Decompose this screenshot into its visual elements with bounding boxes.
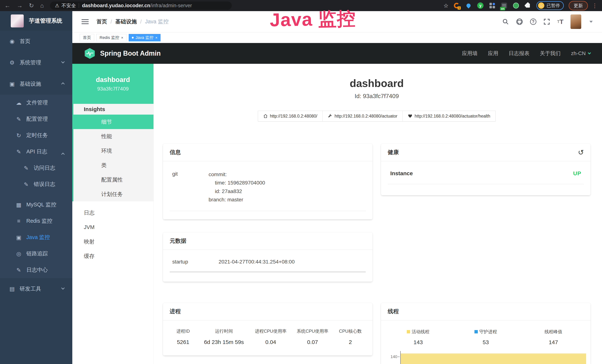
tag-home[interactable]: 首页 [80,34,94,41]
threads-card: 线程 活动线程 143 守护进程 [381,303,591,364]
sba-locale-select[interactable]: zh-CN [571,50,591,56]
warning-icon: ⚠ [55,3,59,9]
threads-chart: 140 120 100 [384,351,587,364]
health-url-link[interactable]: http://192.168.0.2:48080/actuator/health [402,111,495,121]
search-icon[interactable] [502,18,509,25]
extension-onoff-icon[interactable]: on [501,2,507,9]
fullscreen-icon[interactable] [543,18,550,25]
help-icon[interactable]: ? [530,19,536,25]
url-bar[interactable]: ⚠ 不安全 dashboard.yudao.iocoder.cn /infra/… [50,1,232,10]
health-instance-row[interactable]: Instance UP [388,170,584,184]
close-icon[interactable]: × [155,36,158,40]
sidebar-item-mysql[interactable]: ▦ MySQL 监控 [0,197,72,213]
sba-instance-header[interactable]: dashboard 93a3fc7f7409 [72,64,153,104]
github-icon[interactable] [516,18,523,25]
close-icon[interactable]: × [121,36,123,40]
sidebar-item-access-log[interactable]: ✎ 访问日志 [0,160,72,176]
hamburger-icon[interactable] [82,21,89,22]
sidebar-item-home[interactable]: ◉ 首页 [0,31,72,52]
sidebar-item-system[interactable]: ⚙ 系统管理 [0,52,72,73]
chevron-down-icon [61,286,64,289]
sidebar-item-files[interactable]: ☁ 文件管理 [0,95,72,111]
extension-pin-icon[interactable] [465,2,472,9]
heart-icon [408,114,412,118]
sba-nav-wallboard[interactable]: 应用墙 [462,50,478,57]
history-icon[interactable]: ↺ [578,149,584,156]
sba-logo-icon [84,47,96,59]
extension-grid-icon[interactable] [489,2,495,9]
sba-nav-journal[interactable]: 日志报表 [509,50,529,57]
url-path: /infra/admin-server [150,3,192,9]
sidebar-item-infra[interactable]: ▣ 基础设施 [0,73,72,95]
sba-menu-env[interactable]: 环境 [74,143,153,158]
info-card-title: 信息 [170,149,181,156]
layers-icon: ≡ [14,218,23,224]
home-icon [263,114,268,118]
service-url-link[interactable]: http://192.168.0.2:48080/ [258,111,322,121]
sidebar-item-devtools[interactable]: ▤ 研发工具 [0,278,72,300]
legend-square-daemon [474,330,478,333]
sba-menu-details[interactable]: 细节 [74,115,153,129]
forward-icon[interactable]: → [17,0,23,11]
log-icon: ✎ [22,165,30,171]
gear-icon: ⚙ [8,59,16,66]
sidebar-item-error-log[interactable]: ✎ 错误日志 [0,176,72,193]
sba-menu-metrics[interactable]: 性能 [74,129,153,143]
tags-bar: 首页 Redis 监控 × Java 监控 × [72,32,602,43]
app-logo [11,14,24,27]
sba-nav-about[interactable]: 关于我们 [540,50,561,57]
horizontal-scrollbar[interactable] [170,271,366,272]
log-icon: ✎ [14,267,23,273]
extension-green-icon[interactable] [513,2,519,9]
browser-menu-icon[interactable]: ⋮ [592,2,598,9]
sidebar-item-log-center[interactable]: ✎ 日志中心 [0,262,72,278]
extension-y-icon[interactable]: y [477,2,484,9]
instance-name: dashboard [96,76,130,84]
edit-icon: ✎ [14,116,23,122]
extension-puzzle-icon[interactable] [525,2,531,9]
chevron-down-icon[interactable] [589,21,593,23]
app-title: 芋道管理系统 [29,17,62,25]
info-card: 信息 git commit: time: 1596289704000 id: 2… [163,144,373,219]
profile-paused-chip[interactable]: ☺ 已暂停 [536,1,564,10]
threads-legend: 活动线程 143 守护进程 53 线程峰值 14 [384,329,587,345]
status-badge: UP [573,170,581,177]
avatar[interactable] [570,14,581,29]
tag-java-monitor[interactable]: Java 监控 × [129,34,161,41]
monitor-icon: ▣ [8,81,16,87]
bookmark-star-icon[interactable]: ☆ [443,2,449,9]
update-button[interactable]: 更新 [569,1,588,11]
reload-icon[interactable]: ↻ [29,0,34,11]
url-domain: dashboard.yudao.iocoder.cn [82,3,150,9]
sba-brand[interactable]: Spring Boot Admin [84,47,161,59]
sba-menu-logs[interactable]: 日志 [72,205,153,220]
font-size-icon[interactable]: TT [557,18,563,25]
emoji-face-icon: ☺ [538,2,544,9]
extension-sessionbox-icon[interactable]: 1 [453,2,460,9]
sba-menu-configprops[interactable]: 配置属性 [74,172,153,187]
actuator-url-link[interactable]: http://192.168.0.2:48080/actuator [322,111,402,121]
cloud-icon: ☁ [14,100,23,106]
sidebar-item-java-monitor[interactable]: ▣ Java 监控 [0,229,72,246]
tag-redis-monitor[interactable]: Redis 监控 × [97,34,127,41]
metadata-row: startup 2021-04-27T00:44:31.254+08:00 [170,259,366,265]
log-icon: ✎ [14,149,23,155]
sba-menu-scheduled[interactable]: 计划任务 [74,187,153,201]
sba-menu-jvm[interactable]: JVM [72,220,153,234]
sba-menu-mappings[interactable]: 映射 [72,234,153,249]
active-dot [132,37,134,39]
legend-square-active [407,330,410,333]
home-icon[interactable]: ⌂ [40,0,44,11]
sba-menu-classes[interactable]: 类 [74,158,153,172]
breadcrumb-home[interactable]: 首页 [97,18,107,25]
sidebar-item-api-log[interactable]: ✎ API 日志 [0,143,72,160]
sidebar-item-redis[interactable]: ≡ Redis 监控 [0,213,72,229]
sidebar-item-tracing[interactable]: ◎ 链路追踪 [0,246,72,262]
sba-nav-applications[interactable]: 应用 [488,50,498,57]
back-icon[interactable]: ← [4,0,10,11]
sidebar-item-jobs[interactable]: ↻ 定时任务 [0,127,72,143]
sidebar-item-config[interactable]: ✎ 配置管理 [0,111,72,127]
sba-menu-caches[interactable]: 缓存 [72,249,153,263]
threads-area-series [401,353,586,364]
breadcrumb-infra[interactable]: 基础设施 [115,18,137,25]
